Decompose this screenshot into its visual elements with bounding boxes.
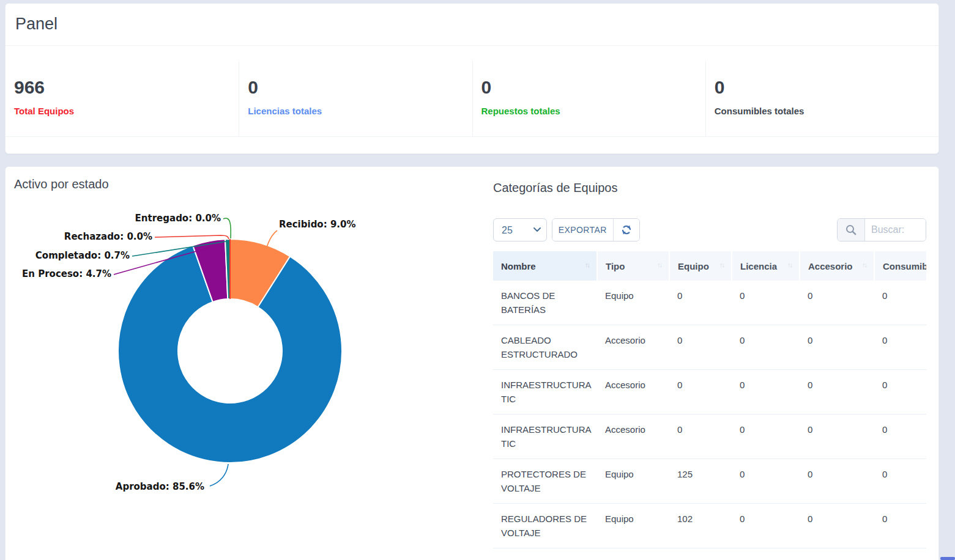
stat-value: 0 bbox=[715, 77, 938, 98]
stat-value: 966 bbox=[14, 77, 239, 98]
cell-licencia: 0 bbox=[732, 459, 800, 504]
cell-accesorio: 0 bbox=[800, 414, 874, 459]
cell-nombre: PROTECTORES DE VOLTAJE bbox=[493, 459, 597, 504]
column-header-consumible[interactable]: Consumible↑↓ bbox=[874, 251, 926, 281]
sort-arrows-icon: ↑↓ bbox=[862, 261, 866, 268]
cell-consumible: 0 bbox=[874, 281, 926, 325]
sort-arrows-icon: ↑↓ bbox=[585, 261, 589, 268]
column-header-accesorio[interactable]: Accesorio↑↓ bbox=[800, 251, 874, 281]
table-row: CABLEADO ESTRUCTURADOAccesorio0000 bbox=[493, 325, 926, 370]
cell-licencia: 0 bbox=[732, 548, 800, 560]
categories-table-container: Nombre↑↓Tipo↑↓Equipo↑↓Licencia↑↓Accesori… bbox=[493, 251, 926, 560]
table-section-title: Categorías de Equipos bbox=[493, 181, 617, 195]
column-label: Nombre bbox=[501, 261, 536, 271]
donut-chart-activo-por-estado: Recibido: 9.0%Aprobado: 85.6%En Proceso:… bbox=[6, 167, 483, 506]
cell-licencia: 0 bbox=[732, 504, 800, 548]
column-header-licencia[interactable]: Licencia↑↓ bbox=[732, 251, 800, 281]
page-size-select-wrap: 25 bbox=[493, 218, 547, 241]
cell-tipo: Equipo bbox=[597, 548, 669, 560]
column-header-equipo[interactable]: Equipo↑↓ bbox=[669, 251, 732, 281]
leader-line-rechazado bbox=[155, 235, 229, 239]
sort-arrows-icon: ↑↓ bbox=[719, 261, 724, 268]
stat-block: 0Repuestos totales bbox=[472, 61, 705, 136]
stat-label: Consumibles totales bbox=[715, 106, 938, 116]
donut-slice-en-proceso bbox=[193, 239, 228, 302]
cell-tipo: Equipo bbox=[597, 504, 669, 548]
column-label: Tipo bbox=[606, 261, 625, 271]
cell-equipo: 0 bbox=[669, 414, 732, 459]
stats-row: 966Total Equipos0Licencias totales0Repue… bbox=[6, 61, 938, 137]
stat-label: Repuestos totales bbox=[481, 106, 705, 116]
table-header-row: Nombre↑↓Tipo↑↓Equipo↑↓Licencia↑↓Accesori… bbox=[493, 251, 926, 281]
chart-section-title: Activo por estado bbox=[14, 177, 109, 191]
leader-line-entregado bbox=[223, 218, 231, 238]
cell-tipo: Accesorio bbox=[597, 325, 669, 370]
cell-licencia: 0 bbox=[732, 370, 800, 414]
stat-block: 0Licencias totales bbox=[239, 61, 472, 136]
export-button[interactable]: EXPORTAR bbox=[552, 219, 613, 241]
cell-licencia: 0 bbox=[732, 325, 800, 370]
cell-nombre: INFRAESTRUCTURA TIC bbox=[493, 370, 597, 414]
cell-nombre: INFRAESTRUCTURA TIC bbox=[493, 548, 597, 560]
leader-line-en-proceso bbox=[114, 248, 209, 274]
stat-block: 0Consumibles totales bbox=[705, 61, 938, 136]
stat-value: 0 bbox=[481, 77, 705, 98]
cell-nombre: BANCOS DE BATERÍAS bbox=[493, 281, 597, 325]
cell-accesorio: 0 bbox=[800, 459, 874, 504]
cell-consumible: 0 bbox=[874, 414, 926, 459]
cell-consumible: 0 bbox=[874, 504, 926, 548]
cell-nombre: CABLEADO ESTRUCTURADO bbox=[493, 325, 597, 370]
slice-label-entregado: Entregado: 0.0% bbox=[135, 213, 221, 224]
table-row: INFRAESTRUCTURA TICEquipo3000 bbox=[493, 548, 926, 560]
main-card: Activo por estado Recibido: 9.0%Aprobado… bbox=[5, 166, 939, 560]
donut-slice-completado bbox=[225, 239, 230, 299]
sort-arrows-icon: ↑↓ bbox=[787, 261, 792, 268]
divider bbox=[6, 45, 938, 46]
donut-slice-aprobado bbox=[118, 245, 342, 463]
cell-equipo: 3 bbox=[669, 548, 732, 560]
slice-label-recibido: Recibido: 9.0% bbox=[279, 219, 356, 230]
scrollbar-thumb[interactable] bbox=[940, 557, 955, 560]
leader-line-recibido bbox=[263, 230, 277, 263]
column-label: Equipo bbox=[678, 261, 709, 271]
table-row: BANCOS DE BATERÍASEquipo0000 bbox=[493, 281, 926, 325]
stat-label: Total Equipos bbox=[14, 106, 239, 116]
page-size-select[interactable]: 25 bbox=[493, 218, 547, 241]
cell-equipo: 125 bbox=[669, 459, 732, 504]
cell-tipo: Accesorio bbox=[597, 370, 669, 414]
sort-arrows-icon: ↑↓ bbox=[657, 261, 661, 268]
cell-accesorio: 0 bbox=[800, 281, 874, 325]
slice-label-aprobado: Aprobado: 85.6% bbox=[116, 481, 204, 492]
search-addon bbox=[838, 219, 865, 241]
column-header-tipo[interactable]: Tipo↑↓ bbox=[597, 251, 669, 281]
dashboard-screen: Panel 966Total Equipos0Licencias totales… bbox=[0, 0, 955, 560]
refresh-button[interactable] bbox=[613, 219, 639, 241]
cell-consumible: 0 bbox=[874, 459, 926, 504]
cell-tipo: Accesorio bbox=[597, 414, 669, 459]
cell-tipo: Equipo bbox=[597, 459, 669, 504]
column-header-nombre[interactable]: Nombre↑↓ bbox=[493, 251, 597, 281]
cell-consumible: 0 bbox=[874, 548, 926, 560]
cell-licencia: 0 bbox=[732, 414, 800, 459]
cell-accesorio: 0 bbox=[800, 325, 874, 370]
cell-consumible: 0 bbox=[874, 325, 926, 370]
arrows-rotate-icon bbox=[621, 224, 632, 235]
cell-consumible: 0 bbox=[874, 370, 926, 414]
leader-line-completado bbox=[132, 241, 226, 256]
search-input[interactable] bbox=[865, 219, 926, 241]
column-label: Licencia bbox=[740, 261, 777, 271]
cell-equipo: 0 bbox=[669, 370, 732, 414]
cell-licencia: 0 bbox=[732, 281, 800, 325]
column-label: Consumible bbox=[883, 261, 926, 271]
categories-table: Nombre↑↓Tipo↑↓Equipo↑↓Licencia↑↓Accesori… bbox=[493, 251, 926, 560]
cell-tipo: Equipo bbox=[597, 281, 669, 325]
page-title: Panel bbox=[15, 15, 58, 34]
table-row: INFRAESTRUCTURA TICAccesorio0000 bbox=[493, 370, 926, 414]
cell-accesorio: 0 bbox=[800, 504, 874, 548]
cell-nombre: REGULADORES DE VOLTAJE bbox=[493, 504, 597, 548]
table-row: REGULADORES DE VOLTAJEEquipo102000 bbox=[493, 504, 926, 548]
panel-header-card: Panel 966Total Equipos0Licencias totales… bbox=[5, 3, 939, 154]
cell-equipo: 0 bbox=[669, 325, 732, 370]
stat-block: 966Total Equipos bbox=[6, 61, 239, 136]
donut-slice-recibido bbox=[230, 239, 290, 307]
